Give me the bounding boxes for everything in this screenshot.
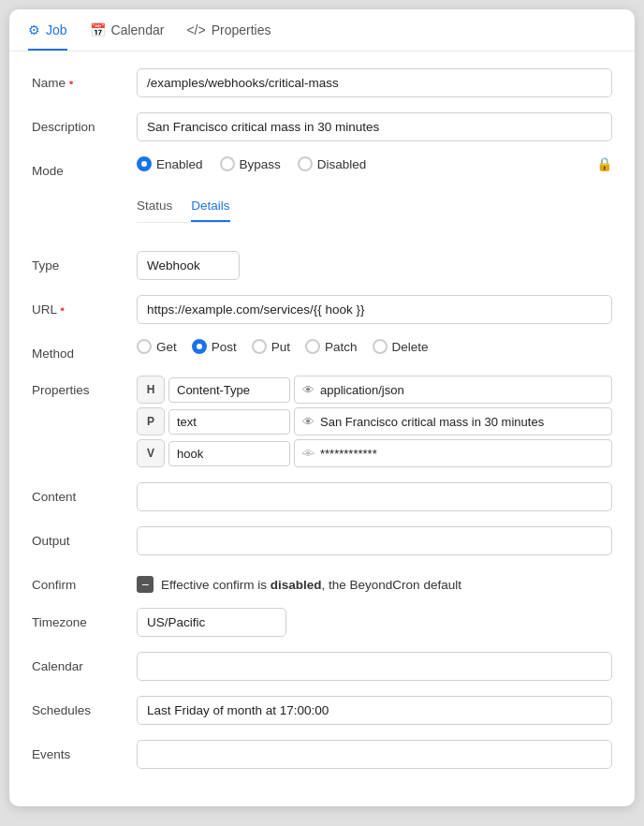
- tab-properties-label: Properties: [212, 22, 271, 37]
- properties-label: Properties: [32, 376, 125, 397]
- method-put[interactable]: Put: [252, 339, 290, 354]
- mode-options-wrap: Enabled Bypass Disabled 🔒: [137, 156, 612, 171]
- output-label: Output: [32, 526, 125, 548]
- url-input[interactable]: [137, 295, 612, 324]
- form-area: Name Description Mode Enabled Bypass: [9, 52, 635, 806]
- method-put-radio: [252, 339, 267, 354]
- name-input[interactable]: [137, 68, 612, 97]
- timezone-input[interactable]: [137, 608, 286, 637]
- sub-tab-bar: Status Details: [137, 193, 230, 223]
- top-tab-bar: ⚙ Job 📅 Calendar </> Properties: [9, 9, 635, 52]
- method-post-radio: [192, 339, 207, 354]
- prop-val-0: 👁 application/json: [294, 376, 612, 404]
- prop-key-2[interactable]: [168, 441, 290, 466]
- tab-calendar-label: Calendar: [111, 22, 165, 37]
- events-label: Events: [32, 740, 125, 761]
- type-label: Type: [32, 251, 125, 273]
- content-label: Content: [32, 482, 125, 504]
- tab-job[interactable]: ⚙ Job: [28, 9, 67, 51]
- mode-disabled-label: Disabled: [317, 157, 367, 171]
- prop-badge-v: V: [137, 439, 165, 467]
- confirm-text-pre: Effective confirm is: [161, 578, 271, 592]
- confirm-content: Effective confirm is disabled, the Beyon…: [137, 570, 612, 593]
- confirm-status: disabled: [271, 578, 322, 592]
- prop-val-text-2: ************: [320, 447, 377, 461]
- schedules-label: Schedules: [32, 696, 125, 717]
- eye-icon-0: 👁: [302, 383, 315, 397]
- type-value[interactable]: Webhook: [137, 251, 240, 280]
- confirm-text: Effective confirm is disabled, the Beyon…: [161, 578, 461, 592]
- confirm-row: Confirm Effective confirm is disabled, t…: [32, 570, 612, 593]
- description-row: Description: [32, 112, 612, 141]
- prop-val-1: 👁 San Francisco critical mass in 30 minu…: [294, 407, 612, 435]
- prop-val-text-1: San Francisco critical mass in 30 minute…: [320, 415, 544, 429]
- method-post-label: Post: [212, 340, 237, 354]
- url-row: URL: [32, 295, 612, 324]
- lock-icon: 🔒: [596, 156, 612, 171]
- sub-tab-details[interactable]: Details: [191, 193, 229, 222]
- method-get[interactable]: Get: [137, 339, 177, 354]
- events-input[interactable]: [137, 740, 612, 769]
- method-options: Get Post Put Patch Delete: [137, 339, 612, 354]
- method-put-label: Put: [271, 340, 290, 354]
- method-delete-label: Delete: [392, 340, 429, 354]
- sub-tabs-row: Status Details: [137, 193, 612, 238]
- prop-val-text-0: application/json: [320, 383, 404, 397]
- eye-icon-1: 👁: [302, 415, 315, 429]
- url-label: URL: [32, 295, 125, 317]
- properties-row: Properties H 👁 application/json P: [32, 376, 612, 467]
- properties-table: H 👁 application/json P 👁 San Francisco c…: [137, 376, 612, 467]
- confirm-text-suffix: , the BeyondCron default: [322, 578, 461, 592]
- mode-bypass[interactable]: Bypass: [220, 156, 281, 171]
- tab-calendar[interactable]: 📅 Calendar: [90, 9, 165, 51]
- mode-disabled[interactable]: Disabled: [298, 156, 367, 171]
- job-icon: ⚙: [28, 22, 40, 37]
- method-post[interactable]: Post: [192, 339, 237, 354]
- output-row: Output: [32, 526, 612, 555]
- calendar-row: Calendar: [32, 652, 612, 681]
- mode-enabled[interactable]: Enabled: [137, 156, 203, 171]
- mode-options: Enabled Bypass Disabled: [137, 156, 366, 171]
- timezone-label: Timezone: [32, 608, 125, 629]
- method-patch-radio: [305, 339, 320, 354]
- events-row: Events: [32, 740, 612, 769]
- mode-row: Mode Enabled Bypass Disabled: [32, 156, 612, 178]
- calendar-input[interactable]: [137, 652, 612, 681]
- tab-job-label: Job: [46, 22, 67, 37]
- prop-key-1[interactable]: [168, 409, 290, 435]
- type-row: Type Webhook: [32, 251, 612, 280]
- prop-badge-h: H: [137, 376, 165, 404]
- sub-tab-status-label: Status: [137, 199, 172, 213]
- content-row: Content: [32, 482, 612, 511]
- eye-off-icon-2: 👁: [302, 447, 315, 461]
- prop-row-2: V 👁 ************: [137, 439, 612, 467]
- method-patch-label: Patch: [325, 340, 358, 354]
- name-label: Name: [32, 68, 125, 90]
- output-input[interactable]: [137, 526, 612, 555]
- method-get-label: Get: [156, 340, 177, 354]
- calendar-icon: 📅: [90, 22, 106, 37]
- timezone-row: Timezone: [32, 608, 612, 637]
- prop-key-0[interactable]: [168, 377, 290, 403]
- method-patch[interactable]: Patch: [305, 339, 358, 354]
- properties-icon: </>: [186, 22, 205, 37]
- description-input[interactable]: [137, 112, 612, 141]
- calendar-label: Calendar: [32, 652, 125, 673]
- method-get-radio: [137, 339, 152, 354]
- method-row: Method Get Post Put Patch: [32, 339, 612, 361]
- prop-val-2: 👁 ************: [294, 439, 612, 467]
- mode-bypass-radio: [220, 156, 235, 171]
- prop-badge-p: P: [137, 407, 165, 435]
- method-delete-radio: [373, 339, 388, 354]
- name-row: Name: [32, 68, 612, 97]
- sub-tab-status[interactable]: Status: [137, 193, 172, 222]
- mode-disabled-radio: [298, 156, 313, 171]
- confirm-minus-icon: [137, 576, 154, 593]
- schedules-input[interactable]: [137, 696, 612, 725]
- method-label: Method: [32, 339, 125, 361]
- mode-enabled-label: Enabled: [156, 157, 203, 171]
- tab-properties[interactable]: </> Properties: [186, 9, 271, 51]
- schedules-row: Schedules: [32, 696, 612, 725]
- method-delete[interactable]: Delete: [373, 339, 429, 354]
- content-input[interactable]: [137, 482, 612, 511]
